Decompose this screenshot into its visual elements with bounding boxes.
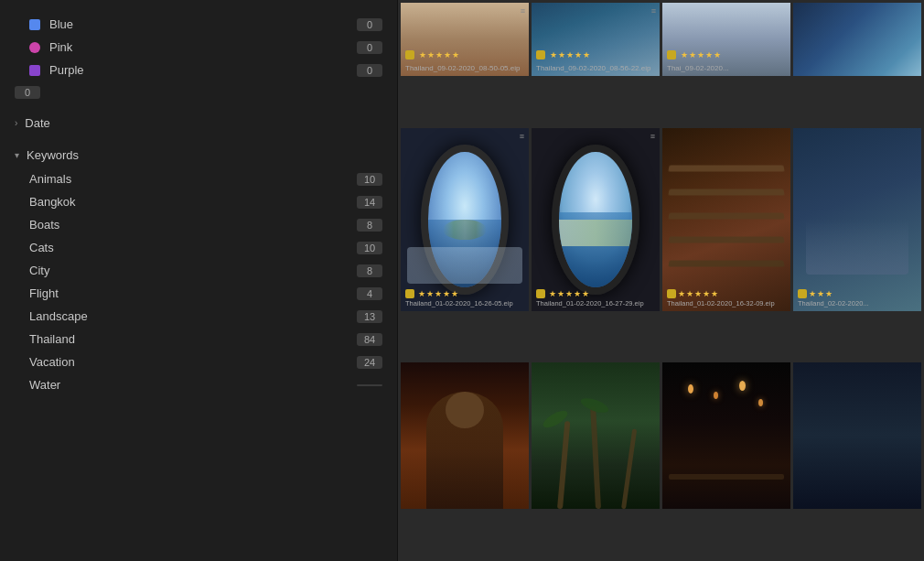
keywords-chevron-icon [15,150,19,160]
pink-swatch [29,42,40,53]
stars-1: ★★★★★ [419,50,460,59]
palm-1 [557,421,570,509]
bench-2 [668,189,784,195]
keyword-badge-boats: 8 [357,219,382,232]
bench-5 [668,260,784,266]
photo-cell-2[interactable]: ≡ ★★★★★ Thailand_09-02-2020_08-56-22.eip [532,3,660,76]
photo-cell-4[interactable] [793,3,921,76]
photo-grid-container: ≡ ★★★★★ Thailand_09-02-2020_08-50-05.eip… [398,0,924,561]
bench-3 [668,212,784,219]
photo-cell-12[interactable] [793,362,921,509]
keyword-badge-city: 8 [357,264,382,277]
color-item-blue[interactable]: Blue 0 [0,13,397,36]
thumb-2: ≡ ★★★★★ Thailand_09-02-2020_08-56-22.eip [532,3,660,76]
keyword-label-boats: Boats [29,218,357,232]
star-badge-7: ★★★★★ [667,289,719,298]
keyword-item-landscape[interactable]: Landscape 13 [0,305,397,328]
photo-cell-5[interactable]: ≡ ★★★★★ Thailand_01-02-2020_16-26-05.eip [401,128,529,311]
photo-cell-8[interactable]: ★★★ Thailand_02-02-2020... [793,128,921,311]
lantern-3 [739,381,746,391]
badge-dot-6 [536,289,545,298]
keyword-label-landscape: Landscape [29,309,357,323]
badge-dot-8 [798,289,807,298]
keyword-badge-landscape: 13 [357,310,382,323]
color-badge-empty: 0 [15,86,40,99]
badge-dot-3 [667,50,676,59]
keywords-section: Keywords Animals 10 Bangkok 14 Boats 8 C… [0,139,397,400]
keyword-item-water[interactable]: Water [0,373,397,396]
window-frame [401,128,529,311]
keyword-item-bangkok[interactable]: Bangkok 14 [0,190,397,213]
star-badge-8: ★★★ [798,289,833,298]
keyword-label-animals: Animals [29,172,357,186]
stars-3: ★★★★★ [681,50,722,59]
window-frame-2 [532,128,660,311]
color-item-pink[interactable]: Pink 0 [0,36,397,59]
keyword-item-cats[interactable]: Cats 10 [0,236,397,259]
star-row-2: ★★★★★ [536,50,591,59]
keyword-item-vacation[interactable]: Vacation 24 [0,351,397,373]
keyword-label-water: Water [29,378,357,392]
keyword-badge-vacation: 24 [357,356,382,369]
star-row-3: ★★★★★ [667,50,722,59]
photo-cell-7[interactable]: Thailand_01-02-2020_16-32-09.eip ★★★★★ [662,128,790,311]
keyword-item-flight[interactable]: Flight 4 [0,282,397,305]
bench-pattern [662,128,790,311]
purple-swatch [29,65,40,76]
photo-cell-1[interactable]: ≡ ★★★★★ Thailand_09-02-2020_08-50-05.eip [401,3,529,76]
keyword-badge-cats: 10 [357,242,382,254]
boat-silhouette [806,220,908,275]
palm-2 [590,406,601,509]
keyword-badge-thailand: 84 [357,333,382,346]
keywords-label: Keywords [27,148,79,162]
keyword-label-flight: Flight [29,286,357,300]
photo-cell-6[interactable]: ≡ ★★★★★ Thailand_01-02-2020_16-27-29.eip [532,128,660,311]
keyword-item-boats[interactable]: Boats 8 [0,213,397,236]
doc-icon-6: ≡ [650,132,655,293]
doc-icon-1: ≡ [521,6,525,16]
color-badge-blue: 0 [357,18,382,31]
date-section-header[interactable]: Date [0,111,397,135]
photo-cell-11[interactable] [662,362,790,509]
badge-dot-5 [405,289,414,298]
keyword-label-cats: Cats [29,241,357,254]
thumb-4 [793,3,921,76]
filename-6: Thailand_01-02-2020_16-27-29.eip [536,299,644,307]
filename-7: Thailand_01-02-2020_16-32-09.eip [667,299,775,307]
color-badge-pink: 0 [357,41,382,54]
date-label: Date [25,116,49,130]
keyword-item-city[interactable]: City 8 [0,259,397,282]
filename-8: Thailand_02-02-2020... [798,299,869,307]
keyword-badge-bangkok: 14 [357,196,382,209]
thumb-3: ★★★★★ Thai_09-02-2020... [662,3,790,76]
photo-grid: ≡ ★★★★★ Thailand_09-02-2020_08-50-05.eip… [398,0,924,561]
colors-section: Blue 0 Pink 0 Purple 0 0 [0,9,397,107]
photo-cell-10[interactable] [532,362,660,509]
lantern-1 [688,384,693,394]
keyword-label-vacation: Vacation [29,355,357,369]
keyword-label-bangkok: Bangkok [29,195,357,209]
badge-dot-2 [536,50,545,59]
sidebar: Blue 0 Pink 0 Purple 0 0 Date Keywords [0,0,398,561]
color-item-purple[interactable]: Purple 0 [0,59,397,81]
photo-cell-3[interactable]: ★★★★★ Thai_09-02-2020... [662,3,790,76]
stars-2: ★★★★★ [550,50,591,59]
stars-7: ★★★★★ [678,289,719,298]
keyword-item-animals[interactable]: Animals 10 [0,167,397,190]
bench-4 [668,236,784,243]
color-item-empty: 0 [0,81,397,103]
color-label-pink: Pink [49,40,357,54]
keywords-section-header[interactable]: Keywords [0,143,397,167]
keyword-label-city: City [29,264,357,277]
coast-land [559,220,631,247]
stars-8: ★★★ [809,289,833,298]
filename-3: Thai_09-02-2020... [667,64,729,72]
bench-1 [668,165,784,171]
photo-cell-9[interactable] [401,362,529,509]
table-1 [669,474,784,480]
color-label-purple: Purple [49,63,357,77]
filename-2: Thailand_09-02-2020_08-56-22.eip [536,64,650,72]
keyword-item-thailand[interactable]: Thailand 84 [0,328,397,351]
date-chevron-icon [15,118,17,128]
wing-tip [407,247,522,284]
